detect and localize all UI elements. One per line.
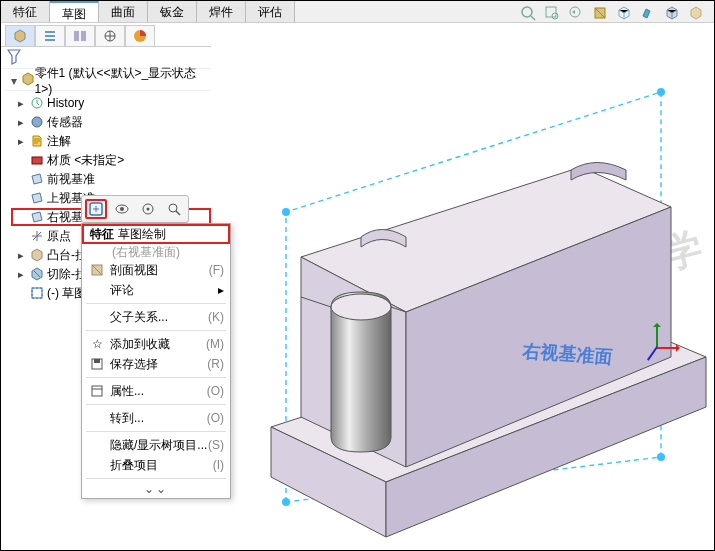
menu-sketch-draw[interactable]: 特征 草图绘制 — [82, 224, 230, 244]
zoom-area-icon[interactable] — [542, 3, 562, 23]
svg-point-34 — [282, 498, 290, 506]
tree-node-label: 材质 <未指定> — [47, 152, 124, 169]
tree-node-label: 原点 — [47, 228, 71, 245]
svg-point-0 — [522, 7, 532, 17]
material-icon — [29, 152, 45, 168]
properties-icon — [88, 385, 106, 397]
tree-node-label: 注解 — [47, 133, 71, 150]
origin-icon — [29, 228, 45, 244]
display-style-icon[interactable] — [662, 3, 682, 23]
panel-tab-dimxpert[interactable] — [95, 25, 125, 47]
tab-surface[interactable]: 曲面 — [99, 1, 148, 22]
panel-tab-config[interactable] — [65, 25, 95, 47]
star-icon: ☆ — [88, 337, 106, 351]
svg-rect-32 — [92, 386, 102, 396]
panel-tab-display[interactable] — [125, 25, 155, 47]
menu-parent-child[interactable]: 父子关系...(K) — [82, 307, 230, 327]
ctx-visibility-button[interactable] — [111, 199, 133, 219]
twisty-icon: ▸ — [15, 268, 27, 281]
panel-tab-property[interactable] — [35, 25, 65, 47]
tree-node-sensor-1[interactable]: ▸传感器 — [15, 113, 211, 131]
graphics-viewport[interactable]: 软件自学网 右视基准面 — [211, 47, 714, 550]
ctx-sketch-button[interactable] — [85, 199, 107, 219]
svg-rect-20 — [32, 288, 42, 298]
svg-rect-8 — [45, 35, 55, 37]
tree-node-history-0[interactable]: ▸History — [15, 94, 211, 112]
svg-point-3 — [552, 13, 558, 19]
svg-point-25 — [147, 208, 150, 211]
view-hud — [518, 3, 706, 23]
tag-feature: 特征 — [90, 226, 114, 243]
zoom-prev-icon[interactable] — [566, 3, 586, 23]
menu-label: 草图绘制 — [118, 226, 166, 243]
tree-root-label: 零件1 (默认<<默认>_显示状态 1>) — [35, 65, 211, 96]
svg-rect-31 — [94, 359, 100, 363]
svg-line-27 — [176, 211, 180, 215]
svg-rect-19 — [32, 288, 42, 298]
scene-icon[interactable] — [686, 3, 706, 23]
svg-rect-10 — [74, 31, 79, 41]
save-icon — [88, 358, 106, 370]
svg-rect-9 — [45, 39, 55, 41]
svg-rect-7 — [45, 31, 55, 33]
menu-comment[interactable]: 评论▸ — [82, 280, 230, 300]
menu-properties[interactable]: 属性...(O) — [82, 381, 230, 401]
axis-x-icon — [656, 347, 678, 349]
svg-point-17 — [32, 117, 42, 127]
tab-sheetmetal[interactable]: 钣金 — [148, 1, 197, 22]
plane-icon — [29, 171, 45, 187]
svg-point-38 — [331, 294, 391, 320]
svg-point-37 — [657, 453, 665, 461]
tab-weldment[interactable]: 焊件 — [197, 1, 246, 22]
menu-collapse[interactable]: 折叠项目(I) — [82, 455, 230, 475]
svg-rect-2 — [546, 7, 556, 17]
section-icon — [88, 263, 106, 277]
menu-go-to[interactable]: 转到...(O) — [82, 408, 230, 428]
cut-icon — [29, 266, 45, 282]
tab-feature[interactable]: 特征 — [1, 1, 50, 22]
menu-save-selection[interactable]: 保存选择(R) — [82, 354, 230, 374]
section-icon[interactable] — [590, 3, 610, 23]
plane-icon — [29, 209, 45, 225]
twisty-icon: ▸ — [15, 97, 27, 110]
menu-hide-show-tree[interactable]: 隐藏/显示树项目...(S) — [82, 435, 230, 455]
context-menu: 特征 草图绘制 (右视基准面) 剖面视图(F) 评论▸ 父子关系...(K) ☆… — [81, 223, 231, 499]
svg-point-23 — [120, 207, 124, 211]
sketch-icon — [29, 285, 45, 301]
model-3d — [211, 47, 715, 551]
tree-node-plane-4[interactable]: 前视基准 — [15, 170, 211, 188]
menu-section-view[interactable]: 剖面视图(F) — [82, 260, 230, 280]
history-icon — [29, 95, 45, 111]
ctx-normal-to-button[interactable] — [137, 199, 159, 219]
plane-icon — [29, 190, 45, 206]
submenu-arrow-icon: ▸ — [218, 283, 224, 297]
part-icon — [21, 72, 35, 89]
twisty-icon: ▸ — [15, 116, 27, 129]
tree-node-note-2[interactable]: ▸注解 — [15, 132, 211, 150]
twisty-icon: ▸ — [15, 135, 27, 148]
svg-rect-11 — [81, 31, 86, 41]
panel-tabs — [1, 23, 211, 47]
menu-expand-icon[interactable]: ⌄⌄ — [82, 482, 230, 498]
svg-rect-18 — [32, 157, 42, 164]
svg-point-35 — [282, 208, 290, 216]
view-orient-icon[interactable] — [614, 3, 634, 23]
tab-sketch[interactable]: 草图 — [50, 1, 99, 22]
axis-y-icon — [656, 325, 658, 347]
appearance-icon[interactable] — [638, 3, 658, 23]
ctx-zoom-button[interactable] — [163, 199, 185, 219]
filter-icon[interactable] — [7, 49, 21, 65]
tree-node-label: History — [47, 96, 84, 110]
context-toolbar — [81, 195, 189, 223]
sensor-icon — [29, 114, 45, 130]
tab-evaluate[interactable]: 评估 — [246, 1, 295, 22]
tree-node-material-3[interactable]: 材质 <未指定> — [15, 151, 211, 169]
panel-tab-feature-manager[interactable] — [5, 25, 35, 47]
zoom-fit-icon[interactable] — [518, 3, 538, 23]
note-icon — [29, 133, 45, 149]
tree-root[interactable]: ▾ 零件1 (默认<<默认>_显示状态 1>) — [5, 71, 211, 91]
tree-node-label: 前视基准 — [47, 171, 95, 188]
svg-point-36 — [657, 88, 665, 96]
menu-sketch-sub: (右视基准面) — [82, 244, 230, 260]
menu-add-favorite[interactable]: ☆添加到收藏(M) — [82, 334, 230, 354]
